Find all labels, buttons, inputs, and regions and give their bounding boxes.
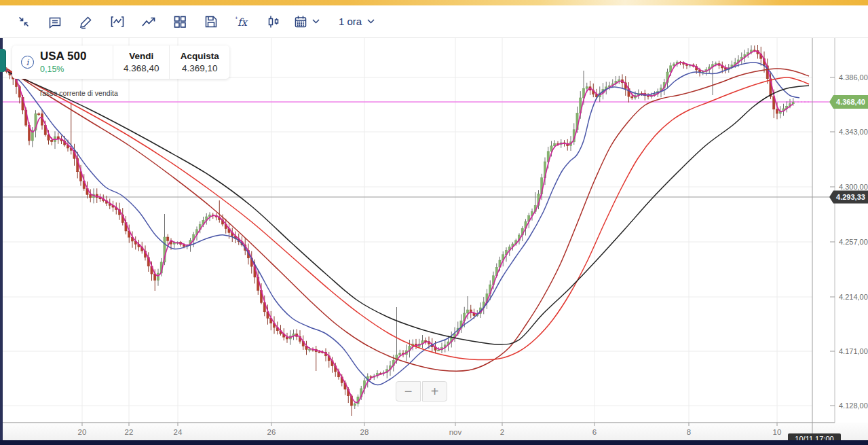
candle-body [199,225,201,230]
candle-body [582,88,584,98]
candle-body [392,361,394,366]
time-axis-strip [0,423,868,440]
save-icon[interactable] [200,10,223,33]
candle-body [247,251,249,258]
candle-body [141,247,143,251]
buy-quote-button[interactable]: Acquista 4.369,10 [170,46,229,79]
buy-price: 4.369,10 [182,63,218,73]
candle-body [453,334,455,338]
notes-icon[interactable] [43,10,67,33]
candle-body [634,96,636,98]
chevron-down-icon [367,19,375,24]
candle-body [118,210,120,215]
trend-line-icon[interactable] [137,10,160,33]
candle-body [318,352,320,353]
candle-body [734,63,736,65]
candle-body [173,243,175,244]
candle-body [9,72,11,75]
candle-body [412,344,414,346]
candle-body [663,82,665,88]
indicator-icon[interactable] [106,10,129,33]
candle-body [779,111,781,113]
candle-body [309,349,311,350]
candle-body [431,344,433,347]
candle-body [464,313,466,321]
top-accent-bar [0,0,868,5]
timeframe-selector[interactable]: 1 ora [339,16,375,27]
candle-body [405,351,407,355]
candle-body [202,220,204,224]
candle-body [440,348,442,350]
candle-body [386,370,388,373]
candle-body [25,110,27,125]
current-price-badge-text: 4.368,40 [836,98,865,106]
calendar-dropdown[interactable] [293,14,320,29]
candle-body [28,125,30,141]
candle-body [128,231,130,237]
candle-body [792,102,794,104]
candle-body [328,356,330,361]
chart-type-candlestick-icon[interactable] [262,10,285,33]
candle-body [789,104,791,107]
candle-body [44,125,46,135]
candle-body [286,337,288,339]
candle-body [167,237,169,241]
candle-body [96,194,98,198]
candle-body [586,87,588,88]
info-icon[interactable]: i [21,56,34,69]
candle-body [560,143,562,145]
candles-layer [2,45,794,416]
candle-body [773,96,775,109]
candle-body [335,366,337,372]
candle-body [370,376,372,377]
candle-body [451,338,453,342]
candle-body [396,355,398,361]
candle-body [750,50,752,53]
sell-quote-button[interactable]: Vendi 4.368,40 [113,46,170,79]
zoom-in-button[interactable]: + [422,381,447,402]
candle-body [595,94,597,97]
draw-icon[interactable] [75,10,98,33]
candle-body [457,328,459,334]
candle-body [276,327,278,331]
candle-body [293,334,295,336]
candle-body [280,331,282,334]
sidebar-handle[interactable] [0,49,6,72]
candle-body [54,137,56,142]
candle-body [624,83,626,89]
y-axis-label: 4.386,00 [839,73,868,82]
candle-body [776,109,778,113]
candle-body [460,321,462,328]
y-axis-label: 4.300,00 [839,183,868,191]
zoom-out-button[interactable]: − [396,381,421,402]
candle-body [186,245,188,247]
candle-body [289,336,291,339]
candle-body [241,242,243,245]
candle-body [654,94,656,95]
chart-plot-area[interactable] [3,37,812,423]
candle-body [215,215,217,217]
ma-red-dark [7,69,809,371]
candle-body [238,238,240,242]
candle-body [492,276,494,285]
candle-body [444,345,446,348]
candle-body [718,64,720,66]
candle-body [753,50,755,51]
candle-body [212,215,214,215]
layout-grid-icon[interactable] [168,10,191,33]
fx-functions-icon[interactable]: + fx [231,10,254,33]
candle-body [195,230,197,235]
candle-body [705,70,707,72]
candle-body [302,341,304,346]
instrument-header-card: i USA 500 0,15% Vendi 4.368,40 Acquista … [12,46,229,79]
candle-body [763,58,765,66]
calendar-icon [293,14,308,29]
collapse-icon[interactable] [12,10,35,33]
candle-body [731,65,733,68]
candle-body [670,66,672,72]
instrument-info-section: i USA 500 0,15% [12,46,113,79]
candle-body [283,334,285,338]
candle-body [770,79,772,96]
candle-body [650,95,652,96]
candle-body [709,67,711,70]
